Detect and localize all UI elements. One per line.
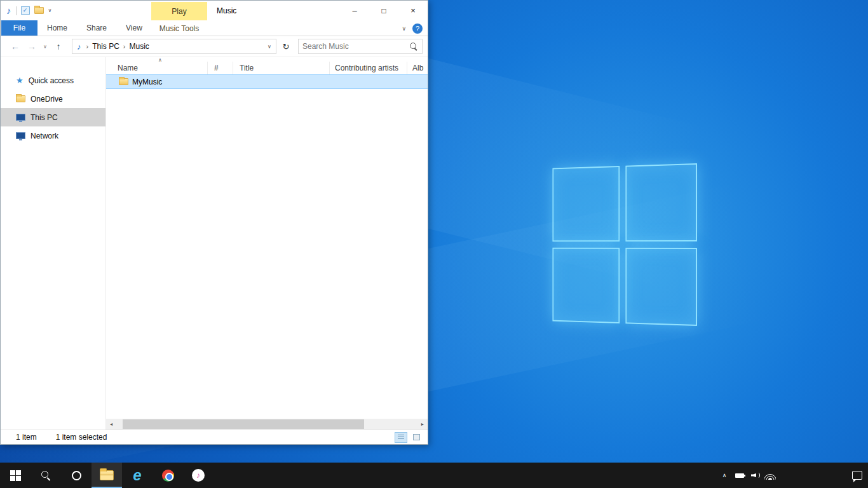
onedrive-icon bbox=[16, 95, 25, 102]
action-center-icon bbox=[852, 471, 862, 480]
column-header-number[interactable]: # bbox=[208, 62, 233, 74]
navigation-pane: ★ Quick access OneDrive This PC Network bbox=[1, 57, 106, 430]
properties-button[interactable]: ✓ bbox=[21, 6, 30, 15]
file-row-mymusic[interactable]: MyMusic bbox=[106, 74, 428, 89]
details-view-button[interactable] bbox=[395, 432, 407, 443]
sidebar-item-label: Network bbox=[31, 132, 58, 140]
cortana-icon bbox=[72, 471, 81, 480]
chrome-button[interactable] bbox=[153, 463, 183, 488]
new-folder-button[interactable] bbox=[34, 7, 44, 14]
scroll-left-icon[interactable]: ◄ bbox=[106, 422, 116, 426]
toolbar-divider bbox=[16, 6, 17, 15]
column-header-row: ∧ Name # Title Contributing artists Alb bbox=[106, 57, 428, 74]
forward-button[interactable]: → bbox=[25, 39, 39, 53]
tab-home[interactable]: Home bbox=[37, 20, 77, 36]
tab-view[interactable]: View bbox=[116, 20, 152, 36]
sidebar-item-onedrive[interactable]: OneDrive bbox=[1, 90, 105, 108]
scrollbar-track[interactable] bbox=[116, 419, 417, 430]
show-hidden-icons-button[interactable]: ∧ bbox=[717, 463, 732, 488]
start-button[interactable] bbox=[0, 463, 31, 488]
music-app-button[interactable]: ♪ bbox=[183, 463, 214, 488]
sidebar-item-network[interactable]: Network bbox=[1, 126, 105, 145]
app-music-icon: ♪ bbox=[6, 6, 11, 15]
music-app-icon: ♪ bbox=[192, 469, 205, 482]
taskbar-file-explorer-button[interactable] bbox=[92, 463, 122, 488]
file-explorer-icon bbox=[100, 470, 114, 480]
chevron-up-icon: ∧ bbox=[722, 472, 727, 478]
help-icon[interactable]: ? bbox=[412, 24, 423, 34]
up-button[interactable]: ↑ bbox=[51, 39, 65, 53]
maximize-button[interactable]: □ bbox=[369, 1, 398, 20]
back-button[interactable]: ← bbox=[8, 39, 22, 53]
contextual-group-play: Play bbox=[151, 2, 207, 20]
battery-icon bbox=[735, 473, 744, 478]
column-header-album[interactable]: Alb bbox=[407, 62, 428, 74]
tab-share[interactable]: Share bbox=[77, 20, 116, 36]
taskbar-search-button[interactable] bbox=[31, 463, 61, 488]
sidebar-item-label: This PC bbox=[31, 113, 58, 122]
title-bar[interactable]: ♪ ✓ ∨ Play Music – □ × bbox=[1, 1, 428, 20]
column-header-name[interactable]: Name bbox=[106, 62, 208, 74]
cortana-button[interactable] bbox=[61, 463, 92, 488]
breadcrumb-chevron-icon: › bbox=[122, 43, 127, 50]
address-bar[interactable]: ♪ › This PC › Music ∨ bbox=[72, 39, 276, 54]
windows-logo-pane bbox=[552, 166, 620, 241]
horizontal-scrollbar[interactable]: ◄ ► bbox=[106, 419, 428, 430]
windows-logo-pane bbox=[625, 163, 697, 241]
ribbon-tab-row: File Home Share View Music Tools ∨ ? bbox=[1, 20, 428, 36]
scroll-right-icon[interactable]: ► bbox=[417, 422, 428, 426]
action-center-button[interactable] bbox=[846, 471, 868, 480]
minimize-button[interactable]: – bbox=[340, 1, 369, 20]
status-bar: 1 item 1 item selected bbox=[1, 430, 428, 444]
desktop-wallpaper: ♪ ✓ ∨ Play Music – □ × File Home Share V… bbox=[0, 0, 868, 463]
chrome-icon bbox=[162, 470, 174, 482]
breadcrumb-this-pc[interactable]: This PC bbox=[90, 42, 122, 51]
file-list[interactable]: MyMusic bbox=[106, 74, 428, 419]
details-view-icon bbox=[398, 435, 404, 440]
internet-explorer-button[interactable]: e bbox=[122, 463, 153, 488]
sort-ascending-icon[interactable]: ∧ bbox=[158, 57, 162, 63]
selection-count-label: 1 item selected bbox=[56, 433, 107, 442]
breadcrumb-music[interactable]: Music bbox=[127, 42, 152, 51]
volume-status[interactable] bbox=[747, 463, 763, 488]
sidebar-item-this-pc[interactable]: This PC bbox=[1, 108, 105, 126]
windows-logo-pane bbox=[552, 248, 620, 323]
column-header-contributing-artists[interactable]: Contributing artists bbox=[330, 62, 407, 74]
caption-buttons: – □ × bbox=[340, 1, 428, 20]
address-dropdown-icon[interactable]: ∨ bbox=[263, 39, 276, 53]
tab-row-right: ∨ ? bbox=[402, 20, 423, 36]
windows-logo-pane bbox=[625, 248, 697, 326]
search-icon[interactable] bbox=[409, 42, 418, 51]
taskbar: e ♪ ∧ bbox=[0, 463, 868, 488]
network-status[interactable] bbox=[763, 463, 778, 488]
sidebar-item-label: OneDrive bbox=[31, 95, 63, 104]
recent-locations-dropdown[interactable]: ∨ bbox=[41, 39, 49, 53]
sidebar-item-quick-access[interactable]: ★ Quick access bbox=[1, 71, 105, 90]
file-list-pane: ∧ Name # Title Contributing artists Alb … bbox=[106, 57, 428, 430]
this-pc-icon bbox=[16, 114, 25, 121]
file-name-label: MyMusic bbox=[132, 78, 162, 86]
search-input[interactable] bbox=[299, 42, 409, 51]
address-music-icon: ♪ bbox=[72, 42, 85, 51]
large-icons-view-icon bbox=[413, 434, 420, 440]
quick-access-star-icon: ★ bbox=[16, 76, 24, 85]
scrollbar-thumb[interactable] bbox=[123, 419, 364, 429]
battery-status[interactable] bbox=[732, 463, 747, 488]
tab-music-tools[interactable]: Music Tools bbox=[151, 20, 207, 36]
breadcrumb-chevron-icon: › bbox=[85, 43, 90, 50]
refresh-button[interactable]: ↻ bbox=[279, 39, 293, 54]
file-name-cell: MyMusic bbox=[106, 78, 208, 86]
windows-logo bbox=[552, 163, 697, 326]
sidebar-item-label: Quick access bbox=[29, 76, 74, 85]
close-button[interactable]: × bbox=[398, 1, 428, 20]
view-toggles bbox=[395, 432, 423, 443]
internet-explorer-icon: e bbox=[133, 468, 141, 483]
search-box bbox=[298, 39, 423, 54]
large-icons-view-button[interactable] bbox=[410, 432, 423, 443]
expand-ribbon-chevron-icon[interactable]: ∨ bbox=[402, 25, 406, 32]
column-header-title[interactable]: Title bbox=[233, 62, 330, 74]
item-count-label: 1 item bbox=[16, 433, 37, 442]
customize-toolbar-dropdown[interactable]: ∨ bbox=[48, 8, 52, 13]
tab-file[interactable]: File bbox=[1, 20, 37, 36]
quick-access-toolbar: ♪ ✓ ∨ bbox=[1, 6, 51, 15]
